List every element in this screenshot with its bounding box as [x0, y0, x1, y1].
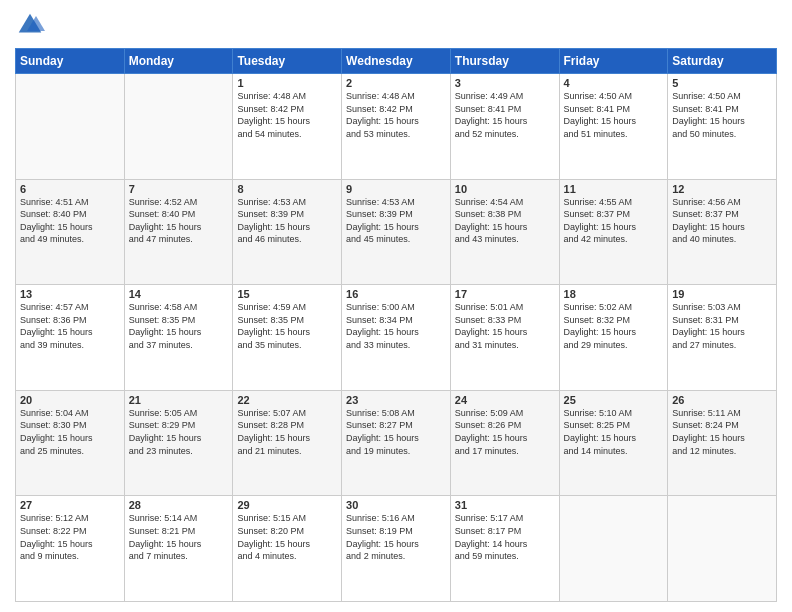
calendar-cell: 5Sunrise: 4:50 AM Sunset: 8:41 PM Daylig… [668, 74, 777, 180]
calendar-cell: 16Sunrise: 5:00 AM Sunset: 8:34 PM Dayli… [342, 285, 451, 391]
cell-content: Sunrise: 5:04 AM Sunset: 8:30 PM Dayligh… [20, 407, 120, 457]
calendar-cell: 20Sunrise: 5:04 AM Sunset: 8:30 PM Dayli… [16, 390, 125, 496]
cell-content: Sunrise: 4:50 AM Sunset: 8:41 PM Dayligh… [564, 90, 664, 140]
calendar-cell: 1Sunrise: 4:48 AM Sunset: 8:42 PM Daylig… [233, 74, 342, 180]
calendar-cell: 7Sunrise: 4:52 AM Sunset: 8:40 PM Daylig… [124, 179, 233, 285]
weekday-header-friday: Friday [559, 49, 668, 74]
calendar-cell: 29Sunrise: 5:15 AM Sunset: 8:20 PM Dayli… [233, 496, 342, 602]
calendar-cell [559, 496, 668, 602]
cell-content: Sunrise: 4:48 AM Sunset: 8:42 PM Dayligh… [237, 90, 337, 140]
week-row-3: 13Sunrise: 4:57 AM Sunset: 8:36 PM Dayli… [16, 285, 777, 391]
weekday-header-row: SundayMondayTuesdayWednesdayThursdayFrid… [16, 49, 777, 74]
cell-content: Sunrise: 4:58 AM Sunset: 8:35 PM Dayligh… [129, 301, 229, 351]
cell-content: Sunrise: 4:55 AM Sunset: 8:37 PM Dayligh… [564, 196, 664, 246]
calendar-cell: 11Sunrise: 4:55 AM Sunset: 8:37 PM Dayli… [559, 179, 668, 285]
calendar-cell: 28Sunrise: 5:14 AM Sunset: 8:21 PM Dayli… [124, 496, 233, 602]
week-row-4: 20Sunrise: 5:04 AM Sunset: 8:30 PM Dayli… [16, 390, 777, 496]
day-number: 29 [237, 499, 337, 511]
day-number: 17 [455, 288, 555, 300]
calendar-cell: 22Sunrise: 5:07 AM Sunset: 8:28 PM Dayli… [233, 390, 342, 496]
day-number: 1 [237, 77, 337, 89]
calendar-cell: 18Sunrise: 5:02 AM Sunset: 8:32 PM Dayli… [559, 285, 668, 391]
cell-content: Sunrise: 4:53 AM Sunset: 8:39 PM Dayligh… [346, 196, 446, 246]
calendar-cell: 6Sunrise: 4:51 AM Sunset: 8:40 PM Daylig… [16, 179, 125, 285]
calendar-cell: 10Sunrise: 4:54 AM Sunset: 8:38 PM Dayli… [450, 179, 559, 285]
day-number: 31 [455, 499, 555, 511]
cell-content: Sunrise: 5:16 AM Sunset: 8:19 PM Dayligh… [346, 512, 446, 562]
calendar-cell: 23Sunrise: 5:08 AM Sunset: 8:27 PM Dayli… [342, 390, 451, 496]
day-number: 27 [20, 499, 120, 511]
week-row-2: 6Sunrise: 4:51 AM Sunset: 8:40 PM Daylig… [16, 179, 777, 285]
calendar-cell: 27Sunrise: 5:12 AM Sunset: 8:22 PM Dayli… [16, 496, 125, 602]
day-number: 21 [129, 394, 229, 406]
calendar-cell: 21Sunrise: 5:05 AM Sunset: 8:29 PM Dayli… [124, 390, 233, 496]
day-number: 19 [672, 288, 772, 300]
calendar-cell: 25Sunrise: 5:10 AM Sunset: 8:25 PM Dayli… [559, 390, 668, 496]
day-number: 9 [346, 183, 446, 195]
logo [15, 10, 49, 40]
cell-content: Sunrise: 5:09 AM Sunset: 8:26 PM Dayligh… [455, 407, 555, 457]
calendar-cell: 14Sunrise: 4:58 AM Sunset: 8:35 PM Dayli… [124, 285, 233, 391]
cell-content: Sunrise: 5:05 AM Sunset: 8:29 PM Dayligh… [129, 407, 229, 457]
cell-content: Sunrise: 5:08 AM Sunset: 8:27 PM Dayligh… [346, 407, 446, 457]
calendar-cell [668, 496, 777, 602]
day-number: 10 [455, 183, 555, 195]
day-number: 24 [455, 394, 555, 406]
cell-content: Sunrise: 5:11 AM Sunset: 8:24 PM Dayligh… [672, 407, 772, 457]
day-number: 6 [20, 183, 120, 195]
day-number: 15 [237, 288, 337, 300]
calendar-cell: 31Sunrise: 5:17 AM Sunset: 8:17 PM Dayli… [450, 496, 559, 602]
calendar-cell: 15Sunrise: 4:59 AM Sunset: 8:35 PM Dayli… [233, 285, 342, 391]
day-number: 5 [672, 77, 772, 89]
day-number: 13 [20, 288, 120, 300]
cell-content: Sunrise: 4:53 AM Sunset: 8:39 PM Dayligh… [237, 196, 337, 246]
cell-content: Sunrise: 5:03 AM Sunset: 8:31 PM Dayligh… [672, 301, 772, 351]
logo-icon [15, 10, 45, 40]
cell-content: Sunrise: 5:07 AM Sunset: 8:28 PM Dayligh… [237, 407, 337, 457]
calendar-cell: 13Sunrise: 4:57 AM Sunset: 8:36 PM Dayli… [16, 285, 125, 391]
cell-content: Sunrise: 4:48 AM Sunset: 8:42 PM Dayligh… [346, 90, 446, 140]
week-row-1: 1Sunrise: 4:48 AM Sunset: 8:42 PM Daylig… [16, 74, 777, 180]
day-number: 8 [237, 183, 337, 195]
cell-content: Sunrise: 5:17 AM Sunset: 8:17 PM Dayligh… [455, 512, 555, 562]
calendar-cell: 26Sunrise: 5:11 AM Sunset: 8:24 PM Dayli… [668, 390, 777, 496]
calendar-cell: 9Sunrise: 4:53 AM Sunset: 8:39 PM Daylig… [342, 179, 451, 285]
header [15, 10, 777, 40]
calendar-cell: 2Sunrise: 4:48 AM Sunset: 8:42 PM Daylig… [342, 74, 451, 180]
weekday-header-thursday: Thursday [450, 49, 559, 74]
cell-content: Sunrise: 5:10 AM Sunset: 8:25 PM Dayligh… [564, 407, 664, 457]
day-number: 2 [346, 77, 446, 89]
calendar-cell: 19Sunrise: 5:03 AM Sunset: 8:31 PM Dayli… [668, 285, 777, 391]
day-number: 16 [346, 288, 446, 300]
calendar-cell: 4Sunrise: 4:50 AM Sunset: 8:41 PM Daylig… [559, 74, 668, 180]
weekday-header-saturday: Saturday [668, 49, 777, 74]
day-number: 20 [20, 394, 120, 406]
cell-content: Sunrise: 4:56 AM Sunset: 8:37 PM Dayligh… [672, 196, 772, 246]
day-number: 30 [346, 499, 446, 511]
calendar-cell: 3Sunrise: 4:49 AM Sunset: 8:41 PM Daylig… [450, 74, 559, 180]
weekday-header-sunday: Sunday [16, 49, 125, 74]
cell-content: Sunrise: 5:02 AM Sunset: 8:32 PM Dayligh… [564, 301, 664, 351]
cell-content: Sunrise: 4:49 AM Sunset: 8:41 PM Dayligh… [455, 90, 555, 140]
page: SundayMondayTuesdayWednesdayThursdayFrid… [0, 0, 792, 612]
cell-content: Sunrise: 5:12 AM Sunset: 8:22 PM Dayligh… [20, 512, 120, 562]
cell-content: Sunrise: 5:01 AM Sunset: 8:33 PM Dayligh… [455, 301, 555, 351]
day-number: 28 [129, 499, 229, 511]
week-row-5: 27Sunrise: 5:12 AM Sunset: 8:22 PM Dayli… [16, 496, 777, 602]
day-number: 22 [237, 394, 337, 406]
cell-content: Sunrise: 4:57 AM Sunset: 8:36 PM Dayligh… [20, 301, 120, 351]
calendar-cell [124, 74, 233, 180]
weekday-header-monday: Monday [124, 49, 233, 74]
cell-content: Sunrise: 5:00 AM Sunset: 8:34 PM Dayligh… [346, 301, 446, 351]
day-number: 26 [672, 394, 772, 406]
day-number: 25 [564, 394, 664, 406]
day-number: 4 [564, 77, 664, 89]
cell-content: Sunrise: 4:54 AM Sunset: 8:38 PM Dayligh… [455, 196, 555, 246]
calendar-cell: 8Sunrise: 4:53 AM Sunset: 8:39 PM Daylig… [233, 179, 342, 285]
cell-content: Sunrise: 5:14 AM Sunset: 8:21 PM Dayligh… [129, 512, 229, 562]
calendar-table: SundayMondayTuesdayWednesdayThursdayFrid… [15, 48, 777, 602]
cell-content: Sunrise: 4:52 AM Sunset: 8:40 PM Dayligh… [129, 196, 229, 246]
weekday-header-tuesday: Tuesday [233, 49, 342, 74]
day-number: 23 [346, 394, 446, 406]
day-number: 18 [564, 288, 664, 300]
